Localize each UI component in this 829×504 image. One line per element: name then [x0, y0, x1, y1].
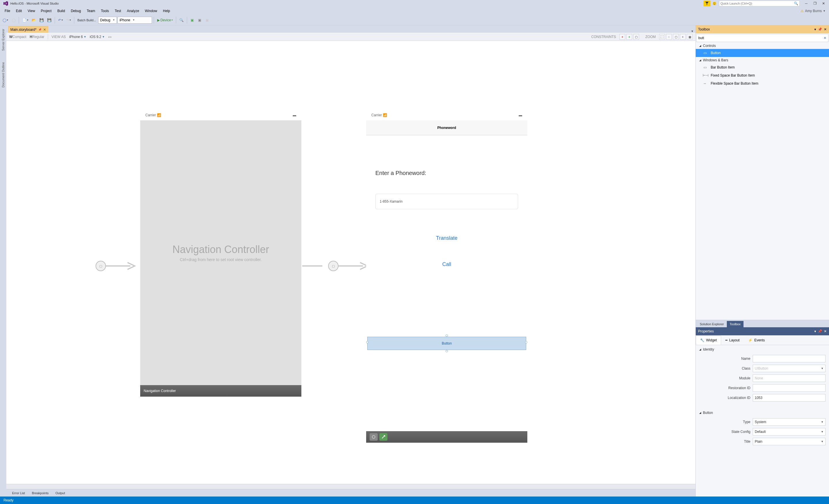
zoom-out-button[interactable]: −: [666, 34, 672, 40]
redo-button[interactable]: ↷▾: [65, 16, 72, 24]
horizontal-scrollbar[interactable]: [6, 484, 695, 489]
menu-view[interactable]: View: [25, 8, 38, 14]
undo-button[interactable]: ↶▾: [57, 16, 64, 24]
panel-menu-icon[interactable]: ▾: [814, 329, 816, 333]
quick-launch-field[interactable]: [720, 2, 794, 5]
ios-sim-button[interactable]: ▣: [189, 16, 196, 24]
menu-tools[interactable]: Tools: [98, 8, 112, 14]
state-field[interactable]: Default▼: [753, 428, 826, 435]
resize-handle[interactable]: [366, 341, 368, 344]
menu-debug[interactable]: Debug: [68, 8, 84, 14]
zoom-in-button[interactable]: +: [680, 34, 686, 40]
close-panel-icon[interactable]: ✕: [824, 27, 827, 31]
menu-team[interactable]: Team: [84, 8, 98, 14]
ios-device-button[interactable]: ▣: [196, 16, 203, 24]
phoneword-label[interactable]: Enter a Phoneword:: [375, 170, 518, 176]
menu-help[interactable]: Help: [160, 8, 173, 14]
ios-log-button[interactable]: ▣: [204, 16, 211, 24]
tab-overflow-button[interactable]: ▼: [689, 30, 695, 33]
properties-header[interactable]: Properties ▾ 📌 ✕: [696, 327, 829, 335]
close-tab-icon[interactable]: ✕: [43, 28, 46, 32]
toolbox-group-windows[interactable]: ◢Windows & Bars: [696, 57, 829, 63]
tab-error-list[interactable]: Error List: [9, 490, 29, 496]
feedback-smile-button[interactable]: [711, 1, 718, 6]
toolbox-search-input[interactable]: [698, 36, 824, 40]
ios-selector[interactable]: iOS 9.2▼: [90, 35, 105, 39]
call-button[interactable]: Call: [375, 261, 518, 267]
quick-launch-input[interactable]: 🔍: [719, 1, 800, 6]
scene2-footer[interactable]: [366, 431, 527, 443]
toolbox-group-controls[interactable]: ◢Controls: [696, 43, 829, 49]
close-panel-icon[interactable]: ✕: [824, 329, 827, 333]
constraint-add-button[interactable]: ✦: [619, 34, 625, 40]
tab-breakpoints[interactable]: Breakpoints: [29, 490, 52, 496]
scene2-navbar[interactable]: Phoneword: [366, 120, 527, 135]
localization-field[interactable]: 1053: [753, 394, 826, 401]
zoom-grid-button[interactable]: ▦: [687, 34, 692, 40]
toolbox-header[interactable]: Toolbox ▾ 📌 ✕: [696, 25, 829, 33]
device-selector[interactable]: iPhone 6▼: [69, 35, 86, 39]
find-button[interactable]: 🔍: [178, 16, 185, 24]
panel-menu-icon[interactable]: ▾: [814, 27, 816, 31]
toolbox-item-fixed-space[interactable]: ⊢⊣Fixed Space Bar Button Item: [696, 71, 829, 79]
tab-output[interactable]: Output: [52, 490, 69, 496]
start-debug-button[interactable]: ▶Device▾: [156, 16, 174, 24]
scene-navigation-controller[interactable]: Carrier 📶 ▬ Navigation Controller Ctrl+d…: [140, 110, 301, 412]
constraint-update-button[interactable]: ✦: [626, 34, 632, 40]
restoration-field[interactable]: [753, 384, 826, 392]
document-outline-tab[interactable]: Document Outline: [1, 60, 5, 90]
close-button[interactable]: ✕: [819, 1, 828, 6]
menu-edit[interactable]: Edit: [13, 8, 25, 14]
open-file-button[interactable]: 📂: [30, 16, 37, 24]
save-all-button[interactable]: 💾: [46, 16, 53, 24]
orientation-button[interactable]: ▭: [108, 35, 111, 39]
designer-canvas[interactable]: ▢ ▢ Carrier 📶 ▬ Navigation Controller: [6, 41, 695, 484]
constraint-frame-button[interactable]: ▢: [633, 34, 639, 40]
toolbox-item-button[interactable]: ▭Button: [696, 49, 829, 57]
resize-handle[interactable]: [445, 334, 448, 337]
prop-tab-events[interactable]: ⚡Events: [744, 336, 769, 345]
maximize-button[interactable]: ❐: [810, 1, 819, 6]
user-area[interactable]: ⚠ Amy Burns ▼: [800, 9, 827, 13]
menu-analyze[interactable]: Analyze: [124, 8, 142, 14]
pin-icon[interactable]: 📌: [38, 28, 41, 31]
name-field[interactable]: [753, 355, 826, 362]
toolbox-search[interactable]: ✕: [696, 34, 828, 42]
resize-handle[interactable]: [445, 350, 448, 352]
pin-icon[interactable]: 📌: [818, 329, 822, 333]
section-button[interactable]: ◢Button: [696, 408, 829, 417]
menu-test[interactable]: Test: [112, 8, 124, 14]
clear-search-icon[interactable]: ✕: [824, 36, 826, 40]
resize-handle[interactable]: [525, 341, 527, 344]
pin-icon[interactable]: 📌: [818, 27, 822, 31]
viewcontroller-icon[interactable]: [370, 433, 377, 441]
first-responder-icon[interactable]: [380, 433, 388, 441]
server-explorer-tab[interactable]: Server Explorer: [1, 27, 5, 53]
save-button[interactable]: 💾: [38, 16, 45, 24]
minimize-button[interactable]: ─: [802, 1, 810, 6]
translate-button[interactable]: Translate: [375, 235, 518, 241]
root-segue[interactable]: ▢: [302, 260, 370, 272]
menu-window[interactable]: Window: [142, 8, 160, 14]
toolbox-item-flex-space[interactable]: ↔Flexible Space Bar Button Item: [696, 79, 829, 87]
menu-project[interactable]: Project: [38, 8, 55, 14]
phoneword-textfield[interactable]: 1-855-Xamarin: [375, 194, 518, 209]
prop-tab-layout[interactable]: ━Layout: [721, 336, 744, 345]
zoom-fit-button[interactable]: ⛶: [659, 34, 665, 40]
scene-phoneword[interactable]: Carrier 📶 ▬ Phoneword Enter a Phoneword:…: [366, 110, 527, 412]
menu-file[interactable]: File: [2, 8, 13, 14]
scene1-footer[interactable]: Navigation Controller: [140, 385, 301, 397]
feedback-filter-button[interactable]: [704, 1, 711, 6]
tab-toolbox[interactable]: Toolbox: [727, 321, 744, 327]
class-field[interactable]: UIButton▼: [753, 365, 826, 372]
tab-solution-explorer[interactable]: Solution Explorer: [697, 321, 727, 327]
toolbox-item-bar-button[interactable]: ▭Bar Button Item: [696, 63, 829, 71]
menu-build[interactable]: Build: [55, 8, 68, 14]
type-field[interactable]: System▼: [753, 418, 826, 426]
nav-fwd-button[interactable]: ◯: [10, 16, 17, 24]
zoom-actual-button[interactable]: ▢: [673, 34, 679, 40]
section-identity[interactable]: ◢Identity: [696, 345, 829, 354]
nav-back-button[interactable]: ◯▾: [1, 16, 9, 24]
new-project-button[interactable]: 📄▾: [21, 16, 30, 24]
platform-combo[interactable]: iPhone▼: [117, 17, 152, 24]
